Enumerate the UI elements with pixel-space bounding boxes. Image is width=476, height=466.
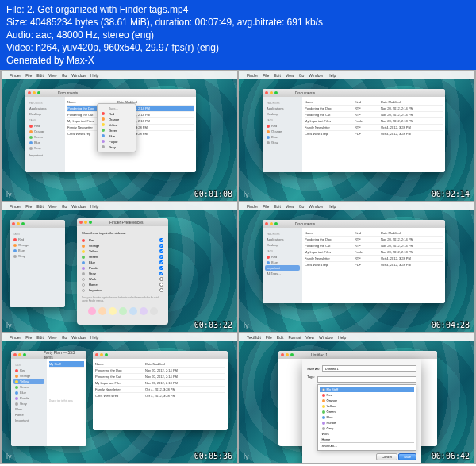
tag-option[interactable]: Gray [320,426,414,431]
minimize-icon[interactable] [286,353,289,356]
tag-option[interactable]: Work [320,431,414,437]
tag-option[interactable]: My Staff [320,387,414,392]
file-list[interactable]: NameDate Modified Pondering the DogNov 2… [93,359,228,430]
tag-icon[interactable] [140,307,148,315]
file-row[interactable]: Pondering the CatNov 20, 2012, 2:14 PM [95,374,225,380]
tag-option[interactable]: Purple [320,420,414,426]
tag-checkbox-row[interactable]: Blue [82,260,163,265]
checkbox[interactable] [159,255,163,259]
favorite-tags-well[interactable] [82,307,163,315]
tag-icon[interactable] [109,307,117,315]
minimize-icon[interactable] [270,91,273,94]
window-titlebar[interactable]: Finder Preferences [77,218,168,226]
finder-window-tags[interactable]: Party Plan — 553 items TAGS Red Orange Y… [11,351,86,446]
finder-window[interactable]: TAGS Red Orange Blue Gray [10,220,65,307]
file-row[interactable]: Pondering the CatRTFNov 20, 2012, 2:14 P… [305,243,443,249]
zoom-icon[interactable] [23,353,26,356]
sidebar-item-selected[interactable]: Yellow [13,379,44,384]
file-row[interactable]: My Important FilesFolderNov 20, 2012, 2:… [305,118,443,125]
close-icon[interactable] [12,222,15,225]
close-icon[interactable] [265,222,268,225]
tag-option[interactable]: Orange [320,398,414,403]
file-row[interactable]: Family NewsletterRTFOct 4, 2012, 3:28 PM [305,125,443,131]
checkbox[interactable] [159,266,163,270]
finder-window[interactable]: Documents FAVORITES Applications Desktop… [263,220,445,303]
finder-sidebar[interactable]: FAVORITES Applications Desktop TAGS Red … [25,97,65,172]
checkbox[interactable] [159,260,163,264]
file-row[interactable]: Family NewsletterRTFOct 4, 2012, 3:28 PM [305,256,443,262]
window-titlebar[interactable]: Documents [25,89,196,97]
minimize-icon[interactable] [18,353,21,356]
minimize-icon[interactable] [270,222,273,225]
save-button[interactable]: Save [398,453,416,460]
checkbox[interactable] [159,249,163,253]
zoom-icon[interactable] [21,222,25,225]
tag-icon[interactable] [150,307,158,315]
tag-option[interactable]: Show All… [320,442,414,449]
column-headers[interactable]: NameKindDate Modified [305,99,443,106]
minimize-icon[interactable] [84,221,87,224]
file-row[interactable]: Chris West's repPDFOct 4, 2012, 3:28 PM [305,131,443,137]
finder-sidebar[interactable]: TAGS Red Orange Blue Gray [10,228,65,307]
close-icon[interactable] [281,353,284,356]
minimize-icon[interactable] [100,353,103,356]
checkbox[interactable] [159,288,163,292]
finder-window[interactable]: Documents FAVORITES Applications Desktop… [263,89,445,172]
tag-checkbox-row[interactable]: Gray [82,271,163,276]
sidebar-item-selected[interactable]: Important [265,265,300,271]
minimize-icon[interactable] [33,91,36,94]
finder-sidebar[interactable]: FAVORITES Applications Desktop TAGS Red … [263,228,302,303]
file-row[interactable]: Pondering the CatRTFNov 20, 2012, 2:14 P… [305,112,443,118]
save-dialog[interactable]: Save As: Untitled 1 Tags: My Staff Red O… [302,359,421,463]
zoom-icon[interactable] [274,91,278,94]
tag-checkbox-row[interactable]: Work [82,276,163,282]
filename-input[interactable]: Untitled 1 [322,365,416,372]
column-headers[interactable]: NameDate Modified [95,361,225,368]
finder-sidebar[interactable]: TAGS Red Orange Yellow Green Blue Purple… [11,359,47,446]
tag-option[interactable]: Home [320,437,414,442]
finder-window[interactable]: NameDate Modified Pondering the DogNov 2… [93,351,228,430]
cancel-button[interactable]: Cancel [376,453,397,460]
tag-checkbox-row[interactable]: Orange [82,243,163,248]
file-list[interactable]: My Staff Drag a tag to this area [47,359,86,446]
file-row[interactable]: Chris West's repOct 4, 2012, 3:28 PM [95,393,225,399]
checkbox[interactable] [159,283,163,287]
close-icon[interactable] [265,91,268,94]
tag-icon[interactable] [129,307,137,315]
finder-sidebar[interactable]: FAVORITES Applications Desktop TAGS Red … [263,97,302,172]
tag-checkbox-row[interactable]: Yellow [82,248,163,254]
file-row[interactable]: Pondering the DogNov 20, 2012, 2:14 PM [95,368,225,374]
checkbox[interactable] [159,244,163,248]
tag-context-menu[interactable]: Tags… Red Orange Yellow Green Blue Purpl… [97,103,136,152]
zoom-icon[interactable] [290,353,294,356]
window-titlebar[interactable]: Documents [263,89,445,97]
checkbox[interactable] [159,272,163,275]
tag-checkbox-row[interactable]: Purple [82,265,163,271]
tag-checkbox-row[interactable]: Red [82,237,163,243]
zoom-icon[interactable] [37,91,40,94]
file-row[interactable]: Pondering the DogRTFNov 20, 2012, 2:14 P… [305,106,443,112]
tag-option[interactable]: Red [320,392,414,398]
zoom-icon[interactable] [274,222,278,225]
tag-icon[interactable] [98,307,106,315]
close-icon[interactable] [28,91,31,94]
tag-option[interactable]: Blue [320,414,414,420]
file-row[interactable]: Chris West's repPDFOct 4, 2012, 3:28 PM [305,262,443,268]
close-icon[interactable] [95,353,98,356]
minimize-icon[interactable] [17,222,20,225]
file-row[interactable]: My Important FilesFolderNov 20, 2012, 2:… [305,249,443,256]
close-icon[interactable] [13,353,17,356]
close-icon[interactable] [79,221,83,224]
tags-dropdown[interactable]: My Staff Red Orange Yellow Green Blue Pu… [317,384,416,451]
checkbox[interactable] [159,277,163,281]
zoom-icon[interactable] [89,221,92,224]
file-row[interactable]: Pondering the DogRTFNov 20, 2012, 2:14 P… [305,237,443,243]
file-row[interactable]: Family NewsletterOct 4, 2012, 3:28 PM [95,387,225,393]
tag-checkbox-row[interactable]: Green [82,254,163,260]
tag-checkbox-row[interactable]: Home [82,282,163,287]
file-list[interactable]: NameKindDate Modified Pondering the DogR… [302,228,445,303]
column-headers[interactable]: NameKindDate Modified [305,230,443,237]
zoom-icon[interactable] [105,353,108,356]
finder-preferences[interactable]: Finder Preferences Show these tags in th… [77,218,168,325]
tag-option[interactable]: Yellow [320,403,414,409]
